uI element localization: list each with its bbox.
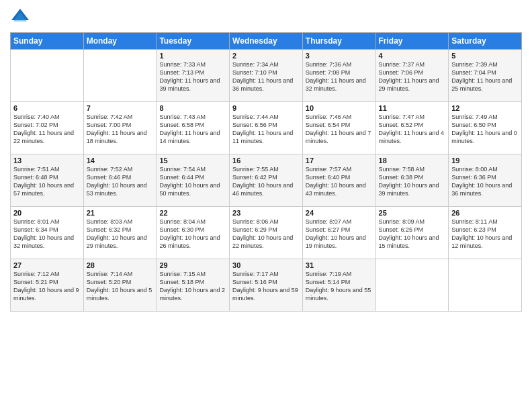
logo (10, 7, 33, 27)
day-info: Sunrise: 7:33 AM Sunset: 7:13 PM Dayligh… (159, 60, 226, 93)
page: SundayMondayTuesdayWednesdayThursdayFrid… (0, 0, 532, 411)
day-cell (449, 259, 522, 312)
day-number: 31 (306, 261, 373, 269)
day-number: 17 (306, 156, 373, 165)
week-row-1: 1Sunrise: 7:33 AM Sunset: 7:13 PM Daylig… (11, 50, 522, 102)
day-info: Sunrise: 7:54 AM Sunset: 6:44 PM Dayligh… (159, 165, 226, 198)
calendar-table: SundayMondayTuesdayWednesdayThursdayFrid… (10, 32, 522, 312)
week-row-4: 20Sunrise: 8:01 AM Sunset: 6:34 PM Dayli… (11, 207, 522, 259)
day-number: 7 (87, 104, 154, 112)
day-cell: 25Sunrise: 8:09 AM Sunset: 6:25 PM Dayli… (375, 207, 449, 259)
day-info: Sunrise: 8:09 AM Sunset: 6:25 PM Dayligh… (379, 218, 446, 250)
weekday-header-tuesday: Tuesday (157, 33, 230, 50)
day-info: Sunrise: 8:03 AM Sunset: 6:32 PM Dayligh… (87, 218, 154, 250)
day-cell: 6Sunrise: 7:40 AM Sunset: 7:02 PM Daylig… (11, 102, 84, 154)
day-info: Sunrise: 7:40 AM Sunset: 7:02 PM Dayligh… (13, 113, 81, 146)
day-number: 10 (306, 104, 373, 112)
day-info: Sunrise: 7:37 AM Sunset: 7:06 PM Dayligh… (379, 60, 446, 93)
day-cell: 17Sunrise: 7:57 AM Sunset: 6:40 PM Dayli… (302, 154, 375, 207)
day-cell: 28Sunrise: 7:14 AM Sunset: 5:20 PM Dayli… (83, 259, 157, 312)
day-cell: 29Sunrise: 7:15 AM Sunset: 5:18 PM Dayli… (157, 259, 230, 312)
weekday-header-thursday: Thursday (302, 33, 375, 50)
day-cell: 20Sunrise: 8:01 AM Sunset: 6:34 PM Dayli… (11, 207, 84, 259)
weekday-header-saturday: Saturday (449, 33, 522, 50)
day-number: 19 (451, 156, 519, 165)
day-info: Sunrise: 8:01 AM Sunset: 6:34 PM Dayligh… (13, 218, 81, 250)
day-info: Sunrise: 7:52 AM Sunset: 6:46 PM Dayligh… (87, 165, 154, 198)
day-info: Sunrise: 7:17 AM Sunset: 5:16 PM Dayligh… (232, 270, 300, 303)
weekday-header-monday: Monday (83, 33, 157, 50)
day-cell: 19Sunrise: 8:00 AM Sunset: 6:36 PM Dayli… (449, 154, 522, 207)
day-number: 23 (232, 209, 300, 217)
weekday-header-sunday: Sunday (11, 33, 84, 50)
day-number: 15 (159, 156, 226, 165)
day-info: Sunrise: 8:04 AM Sunset: 6:30 PM Dayligh… (159, 218, 226, 250)
day-info: Sunrise: 7:43 AM Sunset: 6:58 PM Dayligh… (159, 113, 226, 146)
week-row-2: 6Sunrise: 7:40 AM Sunset: 7:02 PM Daylig… (11, 102, 522, 154)
day-number: 13 (13, 156, 81, 165)
day-number: 22 (159, 209, 226, 217)
day-number: 3 (306, 52, 373, 60)
day-cell: 31Sunrise: 7:19 AM Sunset: 5:14 PM Dayli… (302, 259, 375, 312)
day-cell: 18Sunrise: 7:58 AM Sunset: 6:38 PM Dayli… (375, 154, 449, 207)
day-number: 5 (451, 52, 519, 60)
day-info: Sunrise: 7:57 AM Sunset: 6:40 PM Dayligh… (306, 165, 373, 198)
day-number: 20 (13, 209, 81, 217)
day-cell: 7Sunrise: 7:42 AM Sunset: 7:00 PM Daylig… (83, 102, 157, 154)
day-cell: 22Sunrise: 8:04 AM Sunset: 6:30 PM Dayli… (157, 207, 230, 259)
day-info: Sunrise: 8:07 AM Sunset: 6:27 PM Dayligh… (306, 218, 373, 250)
day-cell: 27Sunrise: 7:12 AM Sunset: 5:21 PM Dayli… (11, 259, 84, 312)
logo-icon (10, 7, 30, 27)
day-info: Sunrise: 7:46 AM Sunset: 6:54 PM Dayligh… (306, 113, 373, 146)
day-cell: 23Sunrise: 8:06 AM Sunset: 6:29 PM Dayli… (230, 207, 303, 259)
weekday-header-row: SundayMondayTuesdayWednesdayThursdayFrid… (11, 33, 522, 50)
day-number: 6 (13, 104, 81, 112)
day-info: Sunrise: 7:14 AM Sunset: 5:20 PM Dayligh… (87, 270, 154, 303)
day-number: 28 (87, 261, 154, 269)
day-cell: 5Sunrise: 7:39 AM Sunset: 7:04 PM Daylig… (449, 50, 522, 102)
day-number: 30 (232, 261, 300, 269)
day-cell (83, 50, 157, 102)
day-cell: 1Sunrise: 7:33 AM Sunset: 7:13 PM Daylig… (157, 50, 230, 102)
day-info: Sunrise: 8:00 AM Sunset: 6:36 PM Dayligh… (451, 165, 519, 198)
day-cell (375, 259, 449, 312)
day-info: Sunrise: 7:12 AM Sunset: 5:21 PM Dayligh… (13, 270, 81, 303)
day-number: 12 (451, 104, 519, 112)
day-cell (11, 50, 84, 102)
day-info: Sunrise: 7:51 AM Sunset: 6:48 PM Dayligh… (13, 165, 81, 198)
day-info: Sunrise: 7:39 AM Sunset: 7:04 PM Dayligh… (451, 60, 519, 93)
day-info: Sunrise: 7:15 AM Sunset: 5:18 PM Dayligh… (159, 270, 226, 303)
day-number: 27 (13, 261, 81, 269)
day-cell: 26Sunrise: 8:11 AM Sunset: 6:23 PM Dayli… (449, 207, 522, 259)
day-info: Sunrise: 7:47 AM Sunset: 6:52 PM Dayligh… (379, 113, 446, 146)
day-number: 1 (159, 52, 226, 60)
day-number: 16 (232, 156, 300, 165)
day-cell: 3Sunrise: 7:36 AM Sunset: 7:08 PM Daylig… (302, 50, 375, 102)
week-row-3: 13Sunrise: 7:51 AM Sunset: 6:48 PM Dayli… (11, 154, 522, 207)
day-info: Sunrise: 7:34 AM Sunset: 7:10 PM Dayligh… (232, 60, 300, 93)
day-cell: 16Sunrise: 7:55 AM Sunset: 6:42 PM Dayli… (230, 154, 303, 207)
day-cell: 24Sunrise: 8:07 AM Sunset: 6:27 PM Dayli… (302, 207, 375, 259)
day-cell: 10Sunrise: 7:46 AM Sunset: 6:54 PM Dayli… (302, 102, 375, 154)
day-info: Sunrise: 7:58 AM Sunset: 6:38 PM Dayligh… (379, 165, 446, 198)
day-number: 2 (232, 52, 300, 60)
day-info: Sunrise: 7:44 AM Sunset: 6:56 PM Dayligh… (232, 113, 300, 146)
day-info: Sunrise: 7:19 AM Sunset: 5:14 PM Dayligh… (306, 270, 373, 303)
day-number: 11 (379, 104, 446, 112)
day-number: 24 (306, 209, 373, 217)
day-info: Sunrise: 7:36 AM Sunset: 7:08 PM Dayligh… (306, 60, 373, 93)
day-info: Sunrise: 7:42 AM Sunset: 7:00 PM Dayligh… (87, 113, 154, 146)
weekday-header-wednesday: Wednesday (230, 33, 303, 50)
day-cell: 14Sunrise: 7:52 AM Sunset: 6:46 PM Dayli… (83, 154, 157, 207)
day-info: Sunrise: 8:11 AM Sunset: 6:23 PM Dayligh… (451, 218, 519, 250)
week-row-5: 27Sunrise: 7:12 AM Sunset: 5:21 PM Dayli… (11, 259, 522, 312)
day-cell: 4Sunrise: 7:37 AM Sunset: 7:06 PM Daylig… (375, 50, 449, 102)
day-number: 26 (451, 209, 519, 217)
day-number: 25 (379, 209, 446, 217)
day-cell: 21Sunrise: 8:03 AM Sunset: 6:32 PM Dayli… (83, 207, 157, 259)
day-info: Sunrise: 7:55 AM Sunset: 6:42 PM Dayligh… (232, 165, 300, 198)
day-number: 4 (379, 52, 446, 60)
day-number: 14 (87, 156, 154, 165)
day-number: 9 (232, 104, 300, 112)
day-number: 21 (87, 209, 154, 217)
